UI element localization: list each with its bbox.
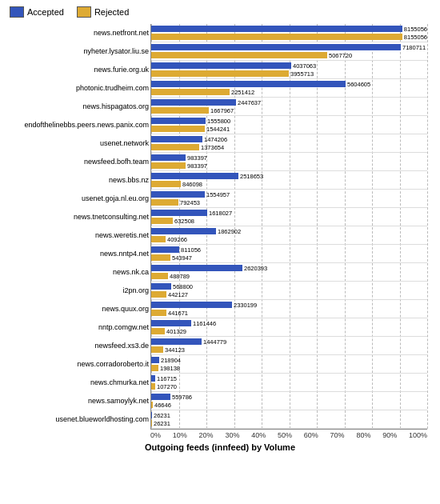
val-rejected-13: 488789 — [170, 273, 190, 280]
bar-rejected-11 — [151, 236, 166, 242]
bar-rejected-9 — [151, 199, 178, 206]
val-accepted-20: 559786 — [172, 394, 192, 401]
bar-label-21: usenet.blueworldhosting.com — [10, 415, 151, 423]
val-rejected-12: 543947 — [172, 254, 192, 262]
accepted-row-20: 559786 — [151, 393, 427, 401]
val-rejected-15: 441671 — [168, 310, 188, 317]
val-rejected-11: 409266 — [167, 236, 187, 243]
legend-rejected-label: Rejected — [94, 7, 129, 17]
val-accepted-5: 1555800 — [207, 118, 230, 125]
bar-accepted-11 — [151, 228, 216, 234]
val-accepted-21: 26231 — [154, 412, 170, 419]
val-rejected-21: 26231 — [154, 420, 170, 427]
val-rejected-5: 1544241 — [206, 126, 230, 133]
bar-accepted-0 — [151, 26, 402, 32]
val-accepted-10: 1618027 — [209, 210, 232, 217]
bar-label-15: news.quux.org — [10, 305, 151, 313]
bar-accepted-6 — [151, 136, 202, 142]
val-rejected-1: 5067720 — [329, 52, 352, 59]
val-accepted-9: 1554957 — [206, 191, 230, 198]
bar-rejected-8 — [151, 181, 181, 187]
rejected-row-20: 46646 — [151, 401, 427, 409]
bar-label-8: news.bbs.nz — [10, 176, 151, 184]
val-rejected-0: 8155056 — [404, 34, 427, 41]
rejected-row-5: 1544241 — [151, 125, 427, 133]
rejected-row-14: 442127 — [151, 290, 427, 298]
bar-accepted-8 — [151, 173, 238, 179]
row-group: news.nntp4.net811056543947 — [151, 245, 427, 263]
val-accepted-8: 2518653 — [240, 173, 263, 180]
row-group: news.hispagatos.org24476371667967 — [151, 98, 427, 116]
row-group: news.furie.org.uk40370633955713 — [151, 61, 427, 79]
bar-label-1: nyheter.lysator.liu.se — [10, 47, 151, 55]
row-group: news.bbs.nz2518653846098 — [151, 171, 427, 190]
bar-label-7: newsfeed.bofh.team — [10, 158, 151, 166]
val-accepted-6: 1474206 — [204, 136, 227, 143]
accepted-row-4: 2447637 — [151, 98, 427, 106]
bar-label-0: news.netfront.net — [10, 29, 151, 37]
legend-rejected-box — [77, 6, 91, 18]
val-rejected-10: 632508 — [174, 218, 194, 225]
bar-rejected-14 — [151, 291, 166, 298]
x-axis-label-1: 10% — [173, 431, 187, 439]
bar-label-5: endofthelinebbs.peers.news.panix.com — [10, 121, 151, 129]
bar-accepted-13 — [151, 265, 242, 271]
bar-label-13: news.nk.ca — [10, 268, 151, 276]
bar-accepted-18 — [151, 357, 159, 363]
bar-rejected-19 — [151, 383, 155, 390]
x-axis-label-6: 60% — [304, 431, 318, 439]
rejected-row-0: 8155056 — [151, 33, 427, 41]
bar-accepted-7 — [151, 154, 186, 161]
val-accepted-14: 568800 — [173, 283, 193, 290]
bar-label-6: usenet.network — [10, 139, 151, 147]
bar-rejected-18 — [151, 365, 158, 371]
val-accepted-4: 2447637 — [238, 99, 261, 106]
accepted-row-11: 1862902 — [151, 227, 427, 235]
accepted-row-21: 26231 — [151, 411, 427, 419]
bar-label-10: news.tnetconsulting.net — [10, 213, 151, 221]
val-rejected-2: 3955713 — [290, 70, 314, 78]
bar-label-14: i2pn.org — [10, 286, 151, 294]
bar-rejected-15 — [151, 310, 166, 316]
x-axis-label-3: 30% — [225, 431, 239, 439]
val-accepted-13: 2620393 — [244, 265, 267, 272]
bar-accepted-19 — [151, 375, 155, 382]
legend-rejected: Rejected — [77, 6, 129, 18]
bars-wrapper: news.netfront.net81550568155056nyheter.l… — [150, 24, 427, 430]
val-rejected-16: 401329 — [166, 328, 186, 335]
bar-rejected-5 — [151, 126, 205, 132]
bar-accepted-9 — [151, 191, 205, 198]
row-group: endofthelinebbs.peers.news.panix.com1555… — [151, 116, 427, 134]
bar-accepted-4 — [151, 99, 236, 106]
bar-rejected-0 — [151, 34, 402, 40]
bar-accepted-15 — [151, 302, 232, 308]
row-group: i2pn.org568800442127 — [151, 282, 427, 300]
val-rejected-14: 442127 — [168, 291, 188, 298]
row-group: photonic.trudheim.com56046052251412 — [151, 79, 427, 98]
rejected-row-8: 846098 — [151, 180, 427, 188]
accepted-row-3: 5604605 — [151, 80, 427, 88]
rejected-row-4: 1667967 — [151, 106, 427, 114]
bar-rejected-12 — [151, 254, 170, 261]
chart-title: Outgoing feeds (innfeed) by Volume — [6, 442, 434, 452]
rejected-row-21: 26231 — [151, 419, 427, 427]
bar-accepted-1 — [151, 44, 401, 50]
rejected-row-6: 1373654 — [151, 143, 427, 151]
bar-rejected-7 — [151, 162, 186, 169]
rejected-row-17: 344123 — [151, 346, 427, 354]
val-rejected-17: 344123 — [165, 346, 185, 354]
bar-rejected-20 — [151, 402, 153, 408]
bar-label-11: news.weretis.net — [10, 231, 151, 239]
x-axis-label-10: 100% — [409, 431, 427, 439]
bar-rejected-4 — [151, 107, 209, 114]
bar-rejected-13 — [151, 273, 168, 279]
accepted-row-10: 1618027 — [151, 209, 427, 217]
bar-label-9: usenet.goja.nl.eu.org — [10, 194, 151, 202]
val-accepted-15: 2330199 — [234, 302, 257, 309]
bar-accepted-14 — [151, 283, 171, 290]
rejected-row-18: 198138 — [151, 364, 427, 372]
val-rejected-18: 198138 — [160, 365, 180, 372]
val-accepted-11: 1862902 — [218, 228, 241, 235]
bar-label-17: newsfeed.xs3.de — [10, 342, 151, 350]
bar-rejected-3 — [151, 89, 230, 95]
